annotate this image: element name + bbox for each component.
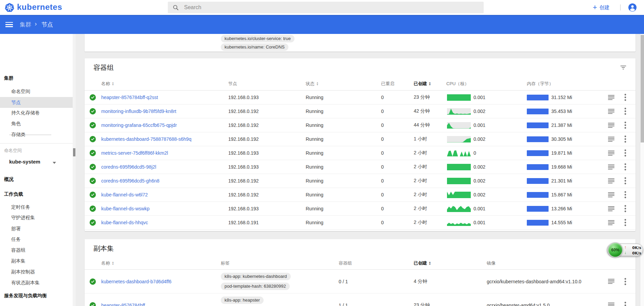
pod-name-link[interactable]: monitoring-grafana-65ccfb675-qpjdr <box>101 118 177 132</box>
sidebar-scrollbar-thumb[interactable] <box>73 148 75 156</box>
row-menu-icon[interactable] <box>624 94 626 101</box>
sidebar-item-discovery-0[interactable]: 访问权 <box>0 305 73 306</box>
row-menu-icon[interactable] <box>624 163 626 171</box>
row-menu-icon[interactable] <box>624 219 626 226</box>
logs-icon[interactable] <box>608 178 614 184</box>
logs-icon[interactable] <box>608 165 614 170</box>
account-avatar-icon[interactable] <box>628 3 637 12</box>
pod-restarts: 0 <box>381 174 384 188</box>
logs-icon[interactable] <box>608 137 614 142</box>
menu-icon[interactable] <box>5 22 13 27</box>
pod-status: Running <box>306 202 323 215</box>
net-speed-widget[interactable]: 60% ↑ ↓ 0K/s 0K/s <box>607 244 643 256</box>
pod-name-link[interactable]: monitoring-influxdb-9b78f5fd9-kn8rt <box>101 104 176 118</box>
logs-icon[interactable] <box>608 109 614 114</box>
sidebar-item-overview[interactable]: 概况 <box>0 175 73 183</box>
logs-icon[interactable] <box>608 279 614 284</box>
sidebar-nav: 集群 命名空间节点持久化存储卷角色存储类 命名空间 kube-system 概况… <box>0 34 73 306</box>
pod-cpu-value: 0.002 <box>473 132 485 146</box>
memory-bar <box>527 122 549 128</box>
sort-icon: ▲▼ <box>429 261 431 265</box>
rs-col-pods[interactable]: 容器组 <box>339 257 352 269</box>
pod-cpu-graph <box>447 104 471 118</box>
search-input[interactable] <box>184 2 476 13</box>
row-menu-icon[interactable] <box>624 135 626 143</box>
sidebar-item-cluster-3[interactable]: 角色 <box>0 120 73 127</box>
namespace-select[interactable]: kube-system <box>9 159 51 166</box>
net-speed-orb[interactable]: 60% <box>608 242 623 257</box>
global-search[interactable] <box>168 2 484 13</box>
sidebar-item-workloads-0[interactable]: 定时任务 <box>0 203 73 211</box>
pod-name-link[interactable]: kubernetes-dashboard-7588787688-s6h9q <box>101 132 191 146</box>
pod-name-link[interactable]: metrics-server-75df6ff86f-kkm2l <box>101 146 168 160</box>
rs-col-name[interactable]: 名称 ▲▼ <box>101 257 114 269</box>
sort-icon: ▲▼ <box>112 261 114 265</box>
pod-cpu-graph <box>447 91 471 104</box>
pods-col-status[interactable]: 状态 ▲▼ <box>306 77 319 90</box>
row-menu-icon[interactable] <box>624 302 626 306</box>
sidebar-item-cluster-4[interactable]: 存储类 <box>0 131 73 138</box>
sidebar-item-workloads-5[interactable]: 副本集 <box>0 257 73 265</box>
rs-name-link[interactable]: heapster-8576784bff <box>101 293 145 306</box>
brand-wordmark[interactable]: kubernetes <box>17 2 62 12</box>
pod-memory-value: 15.867 Mi <box>551 188 572 202</box>
pods-col-node[interactable]: 节点 <box>228 77 237 90</box>
rs-col-labels[interactable]: 标签 <box>221 257 230 269</box>
pod-logs-cell <box>608 216 614 229</box>
rs-col-created[interactable]: 已创建 ▲▼ <box>414 257 431 269</box>
breadcrumb-cluster[interactable]: 集群 <box>20 21 31 28</box>
pods-table-header: 名称 ▲▼ 节点 状态 ▲▼ 已重启 已创建 ▲▼ CPU（核） 内存（字节） <box>85 77 636 91</box>
pods-col-restarts[interactable]: 已重启 <box>381 77 394 90</box>
pod-age: 2 小时 <box>414 146 427 160</box>
row-menu-icon[interactable] <box>624 191 626 198</box>
sidebar-item-workloads-2[interactable]: 部署 <box>0 225 73 232</box>
row-menu-icon[interactable] <box>624 177 626 185</box>
filter-list-icon[interactable] <box>620 64 627 71</box>
cpu-sparkline <box>447 219 471 226</box>
sidebar-item-workloads-1[interactable]: 守护进程集 <box>0 214 73 221</box>
pod-restarts: 0 <box>381 132 384 146</box>
pod-name-link[interactable]: kube-flannel-ds-wswkp <box>101 202 149 215</box>
create-button[interactable]: + 创建 <box>593 0 610 15</box>
logs-icon[interactable] <box>608 220 614 225</box>
rs-name-link[interactable]: kubernetes-dashboard-b7d6d4ff6 <box>101 270 172 293</box>
pods-col-created[interactable]: 已创建 ▲▼ <box>414 77 431 90</box>
rs-col-images[interactable]: 镜像 <box>487 257 496 269</box>
pod-name-link[interactable]: coredns-695f96dcd5-98j2l <box>101 160 156 174</box>
logs-icon[interactable] <box>608 95 614 100</box>
sidebar-item-workloads-7[interactable]: 有状态副本集 <box>0 279 73 286</box>
row-menu-icon[interactable] <box>624 149 626 157</box>
logs-icon[interactable] <box>608 192 614 197</box>
sidebar-item-cluster-0[interactable]: 命名空间 <box>0 88 73 95</box>
pod-name-link[interactable]: coredns-695f96dcd5-gh6n8 <box>101 174 159 188</box>
pod-name-link[interactable]: kube-flannel-ds-hhqvc <box>101 216 148 229</box>
pod-node: 192.168.0.191 <box>228 216 259 229</box>
logs-icon[interactable] <box>608 206 614 211</box>
sidebar-item-cluster-1-active[interactable]: 节点 <box>0 97 73 108</box>
cpu-sparkline <box>447 136 471 142</box>
row-menu-icon[interactable] <box>624 205 626 212</box>
row-menu-icon[interactable] <box>624 121 626 129</box>
sidebar-item-cluster-2[interactable]: 持久化存储卷 <box>0 109 73 116</box>
sidebar-item-workloads-3[interactable]: 任务 <box>0 235 73 243</box>
pods-table-row: kube-flannel-ds-w6l72192.168.0.192Runnin… <box>85 188 636 202</box>
pod-name-link[interactable]: kube-flannel-ds-w6l72 <box>101 188 148 202</box>
pod-memory-graph <box>527 188 549 202</box>
pod-name-link[interactable]: heapster-8576784bff-q2sst <box>101 91 158 104</box>
row-menu-icon[interactable] <box>624 108 626 115</box>
pods-col-name[interactable]: 名称 ▲▼ <box>101 77 114 90</box>
sidebar-item-workloads-4[interactable]: 容器组 <box>0 246 73 254</box>
pods-col-memory[interactable]: 内存（字节） <box>527 77 553 90</box>
row-menu-icon[interactable] <box>624 278 626 285</box>
pods-col-cpu[interactable]: CPU（核） <box>446 77 469 90</box>
main-scrollbar-thumb[interactable] <box>641 35 644 142</box>
pod-restarts: 0 <box>381 216 384 229</box>
logs-icon[interactable] <box>608 303 614 306</box>
main-scrollbar[interactable] <box>640 34 644 306</box>
logs-icon[interactable] <box>608 151 614 156</box>
sidebar-item-workloads-6[interactable]: 副本控制器 <box>0 268 73 275</box>
logs-icon[interactable] <box>608 123 614 128</box>
sidebar-scrollbar[interactable] <box>73 34 76 306</box>
rs-table-row: heapster-8576784bffk8s-app: heapsterpod-… <box>85 293 636 306</box>
rs-pods: 0 / 1 <box>339 270 348 293</box>
